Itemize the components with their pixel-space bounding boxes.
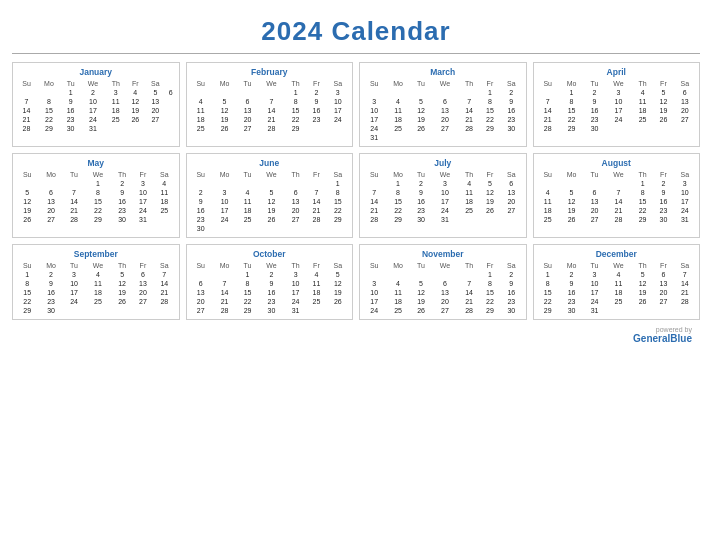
week-row: 24252627282930 <box>363 124 523 133</box>
day-cell: 27 <box>431 306 458 315</box>
day-cell <box>458 133 479 142</box>
day-cell: 25 <box>537 215 559 224</box>
day-cell: 16 <box>190 206 212 215</box>
day-cell: 19 <box>480 197 500 206</box>
day-cell <box>153 306 175 315</box>
day-header: Sa <box>500 79 522 88</box>
day-cell: 5 <box>258 188 285 197</box>
day-cell <box>431 88 458 97</box>
day-cell: 9 <box>38 279 63 288</box>
day-cell: 9 <box>61 97 80 106</box>
day-cell: 7 <box>605 188 632 197</box>
day-cell: 12 <box>411 288 432 297</box>
week-row: 10111213141516 <box>363 106 523 115</box>
day-cell: 22 <box>537 297 559 306</box>
day-cell: 18 <box>458 197 479 206</box>
day-cell <box>64 179 85 188</box>
day-cell: 29 <box>632 215 653 224</box>
day-cell: 24 <box>584 297 605 306</box>
week-row: 123 <box>537 179 697 188</box>
day-cell <box>431 270 458 279</box>
day-cell: 24 <box>285 297 306 306</box>
day-header: Fr <box>126 79 145 88</box>
day-cell: 23 <box>500 115 522 124</box>
day-cell: 15 <box>237 288 258 297</box>
day-cell: 14 <box>64 197 85 206</box>
day-header: Tu <box>237 170 258 179</box>
day-cell <box>237 224 258 233</box>
day-cell: 11 <box>632 97 653 106</box>
day-cell: 4 <box>126 88 145 97</box>
day-header: Su <box>363 79 385 88</box>
day-header: Su <box>190 170 212 179</box>
day-cell: 9 <box>306 97 326 106</box>
day-cell <box>674 124 696 133</box>
day-header: Sa <box>153 170 175 179</box>
day-header: Th <box>106 79 126 88</box>
day-cell <box>653 306 673 315</box>
day-cell: 15 <box>16 288 38 297</box>
day-cell: 28 <box>16 124 37 133</box>
day-cell: 9 <box>559 279 584 288</box>
month-title: February <box>190 67 350 77</box>
day-cell <box>126 124 145 133</box>
day-cell: 21 <box>458 115 479 124</box>
day-cell: 12 <box>126 97 145 106</box>
day-cell: 26 <box>411 306 432 315</box>
day-header: Th <box>285 261 306 270</box>
week-row: 20212223242526 <box>190 297 350 306</box>
day-cell: 6 <box>674 88 696 97</box>
week-row: 2345678 <box>190 188 350 197</box>
month-table: SuMoTuWeThFrSa12345678910111213141516171… <box>537 170 697 224</box>
week-row: 2526272829 <box>190 124 350 133</box>
day-cell <box>559 179 584 188</box>
day-cell: 1 <box>61 88 80 97</box>
week-row: 28293031 <box>363 215 523 224</box>
day-cell: 17 <box>363 297 385 306</box>
day-cell: 12 <box>212 106 237 115</box>
day-header: Sa <box>145 79 166 88</box>
week-row: 15161718192021 <box>537 288 697 297</box>
day-cell <box>605 306 632 315</box>
month-title: August <box>537 158 697 168</box>
day-cell: 30 <box>38 306 63 315</box>
day-cell: 14 <box>153 279 175 288</box>
day-header: Su <box>537 261 559 270</box>
month-title: November <box>363 249 523 259</box>
day-cell: 8 <box>480 97 500 106</box>
day-header: Tu <box>411 261 432 270</box>
week-row: 13141516171819 <box>190 288 350 297</box>
day-cell: 5 <box>212 97 237 106</box>
week-row: 45678910 <box>190 97 350 106</box>
day-cell: 2 <box>559 270 584 279</box>
day-cell: 20 <box>431 297 458 306</box>
month-title: December <box>537 249 697 259</box>
day-cell: 7 <box>212 279 237 288</box>
month-march: MarchSuMoTuWeThFrSa123456789101112131415… <box>359 62 527 147</box>
day-cell: 5 <box>111 270 132 279</box>
day-header: Th <box>632 170 653 179</box>
day-cell: 16 <box>111 197 132 206</box>
day-cell: 11 <box>84 279 111 288</box>
day-cell: 28 <box>306 215 326 224</box>
day-cell: 8 <box>285 97 306 106</box>
day-cell: 9 <box>111 188 132 197</box>
day-cell: 28 <box>258 124 285 133</box>
day-cell: 15 <box>480 106 500 115</box>
day-cell: 9 <box>500 97 522 106</box>
day-header: Th <box>285 79 306 88</box>
week-row: 24252627282930 <box>363 306 523 315</box>
day-cell: 10 <box>212 197 237 206</box>
day-header: Sa <box>674 170 696 179</box>
day-cell: 17 <box>327 106 349 115</box>
day-header: Fr <box>133 261 153 270</box>
day-cell: 9 <box>411 188 432 197</box>
day-cell: 17 <box>431 197 458 206</box>
day-cell: 19 <box>411 115 432 124</box>
day-header: We <box>258 261 285 270</box>
day-header: Fr <box>653 261 673 270</box>
day-cell: 10 <box>674 188 696 197</box>
day-cell: 30 <box>653 215 673 224</box>
day-cell: 15 <box>285 106 306 115</box>
week-row: 2930 <box>16 306 176 315</box>
